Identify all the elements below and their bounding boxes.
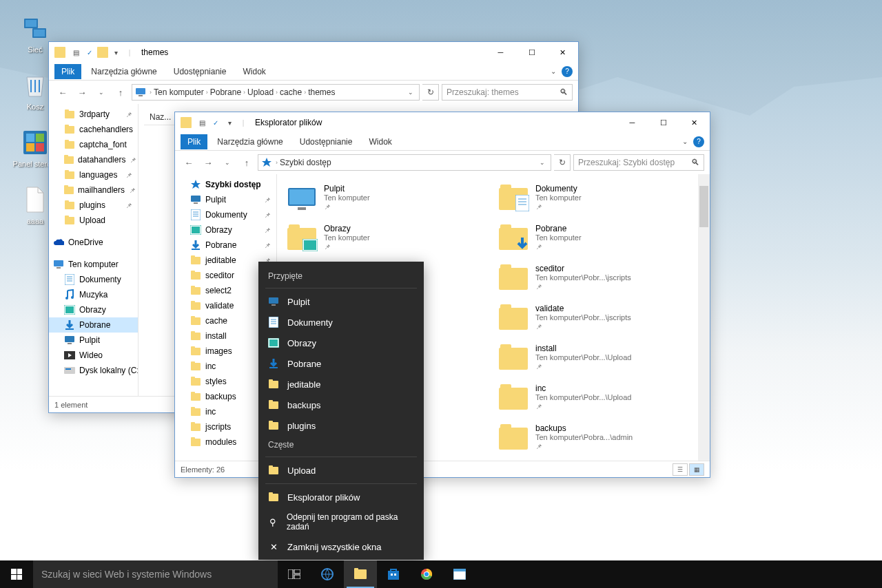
jumplist-unpin[interactable]: ⚲ Odepnij ten program od paska zadań [258,507,424,536]
tree-node[interactable]: Muzyka [49,287,138,302]
nav-tree[interactable]: 3rdparty📌︎cachehandlerscaptcha_fontdatah… [49,104,139,396]
qat-properties-icon[interactable]: ▤ [70,46,82,59]
jumplist-item[interactable]: Obrazy [258,333,424,353]
ribbon-tab[interactable]: Udostępnianie [167,64,234,79]
quickaccess-item[interactable]: validateTen komputer\Pobr...\jscripts📌︎ [494,300,704,338]
close-button[interactable]: ✕ [547,43,578,63]
tree-node[interactable]: Pobrane [49,317,138,333]
qat-check-icon[interactable]: ✓ [83,46,96,59]
ribbon-tab[interactable]: Narzędzia główne [210,134,289,149]
qat-properties-icon[interactable]: ▤ [196,116,208,129]
chevron-down-icon[interactable]: ⌄ [548,65,559,78]
view-icons-button[interactable]: ▦ [689,463,704,476]
help-icon[interactable]: ? [562,66,573,77]
jumplist-item[interactable]: Upload [258,460,424,481]
jumplist-item[interactable]: backups [258,395,424,415]
maximize-button[interactable]: ☐ [516,43,547,63]
taskbar-chrome[interactable] [410,560,443,588]
view-details-button[interactable]: ☰ [673,463,688,476]
ribbon-tab[interactable]: Udostępnianie [293,134,360,149]
jumplist-item[interactable]: Pulpit [258,291,424,312]
up-button[interactable]: ↑ [112,84,129,101]
taskbar-search[interactable]: Szukaj w sieci Web i systemie Windows [33,560,278,588]
titlebar[interactable]: ▤ ✓ ▾ | Eksplorator plików ─ ☐ ✕ [175,112,710,133]
tree-node[interactable]: Szybki dostęp [175,177,276,192]
tree-node[interactable]: mailhandlers📌︎ [49,182,138,198]
address-bar[interactable]: ›Ten komputer ›Pobrane ›Upload ›cache ›t… [132,84,420,101]
tree-node[interactable]: 3rdparty📌︎ [49,107,138,122]
back-button[interactable]: ← [181,154,197,171]
tree-node[interactable]: plugins📌︎ [49,198,138,213]
jumplist-item[interactable]: Dokumenty [258,312,424,333]
quickaccess-item[interactable]: sceditorTen komputer\Pobr...\jscripts📌︎ [494,260,704,298]
forward-button[interactable]: → [200,154,216,171]
minimize-button[interactable]: ─ [485,43,516,63]
svg-rect-6 [36,134,44,142]
jumplist-item[interactable]: plugins [258,415,424,436]
tree-node[interactable]: Ten komputer [49,257,138,272]
refresh-button[interactable]: ↻ [554,154,571,171]
tree-node[interactable]: Dysk lokalny (C:) [49,363,138,378]
tree-node[interactable]: Pobrane📌︎ [175,238,276,253]
tree-node[interactable]: Obrazy [49,302,138,317]
quickaccess-item[interactable]: backupsTen komputer\Pobra...\admin📌︎ [494,419,704,458]
jumplist-app[interactable]: Eksplorator plików [258,487,424,507]
tree-node[interactable]: OneDrive [49,235,138,250]
quickaccess-item[interactable]: DokumentyTen komputer📌︎ [494,180,704,218]
tree-node[interactable]: Upload [49,213,138,228]
quickaccess-item[interactable]: installTen komputer\Pobr...\Upload📌︎ [494,339,704,378]
quickaccess-item[interactable]: PulpitTen komputer📌︎ [283,180,493,218]
ribbon-tab[interactable]: Widok [236,64,272,79]
ribbon-file-tab[interactable]: Plik [181,134,207,149]
jumplist-close-all[interactable]: ✕ Zamknij wszystkie okna [258,536,424,557]
quickaccess-item[interactable]: ObrazyTen komputer📌︎ [283,220,493,258]
history-dropdown[interactable]: ⌄ [93,84,110,101]
qat-check-icon[interactable]: ✓ [209,116,222,129]
folder-icon [64,154,74,165]
forward-button[interactable]: → [74,84,90,101]
qat-dropdown-icon[interactable]: ▾ [110,46,122,59]
search-input[interactable]: Przeszukaj: Szybki dostęp🔍︎ [573,154,704,171]
minimize-button[interactable]: ─ [617,113,648,133]
taskbar-store[interactable] [377,560,410,588]
tree-node[interactable]: Dokumenty📌︎ [175,207,276,222]
taskbar-app[interactable] [443,560,476,588]
scrollbar[interactable] [698,174,710,461]
taskview-button[interactable] [278,560,311,588]
search-input[interactable]: Przeszukaj: themes🔍︎ [442,84,573,101]
tree-node[interactable]: Obrazy📌︎ [175,222,276,238]
address-bar[interactable]: ›Szybki dostęp ⌄ [258,154,551,171]
refresh-button[interactable]: ↻ [422,84,439,101]
quickaccess-item[interactable]: PobraneTen komputer📌︎ [494,220,704,258]
back-button[interactable]: ← [54,84,71,101]
tree-node[interactable]: Pulpit📌︎ [175,192,276,207]
jumplist-item[interactable]: jeditable [258,374,424,395]
ribbon-tab[interactable]: Widok [362,134,398,149]
chevron-down-icon[interactable]: ⌄ [679,135,690,148]
help-icon[interactable]: ? [693,136,704,147]
taskbar-edge[interactable] [311,560,344,588]
image-icon [64,304,75,315]
ribbon-file-tab[interactable]: Plik [54,64,81,79]
tree-node[interactable]: captcha_font [49,137,138,152]
quickaccess-item[interactable]: incTen komputer\Pobr...\Upload📌︎ [494,379,704,418]
tree-node[interactable]: Dokumenty [49,272,138,287]
tree-node[interactable]: cachehandlers [49,122,138,137]
titlebar[interactable]: ▤ ✓ ▾ | themes ─ ☐ ✕ [49,42,578,63]
start-button[interactable] [0,560,33,588]
maximize-button[interactable]: ☐ [648,113,679,133]
up-button[interactable]: ↑ [238,154,255,171]
tree-node[interactable]: languages📌︎ [49,167,138,182]
qat-dropdown-icon[interactable]: ▾ [223,116,236,129]
taskbar-explorer[interactable] [344,560,377,588]
tree-node[interactable]: datahandlers📌︎ [49,152,138,167]
explorer-icon [268,492,279,503]
window-title: Eksplorator plików [255,118,617,127]
history-dropdown[interactable]: ⌄ [219,154,236,171]
pin-icon: 📌︎ [535,323,631,330]
tree-node[interactable]: Pulpit [49,333,138,348]
ribbon-tab[interactable]: Narzędzia główne [84,64,163,79]
close-button[interactable]: ✕ [679,113,710,133]
tree-node[interactable]: Wideo [49,348,138,363]
jumplist-item[interactable]: Pobrane [258,353,424,374]
